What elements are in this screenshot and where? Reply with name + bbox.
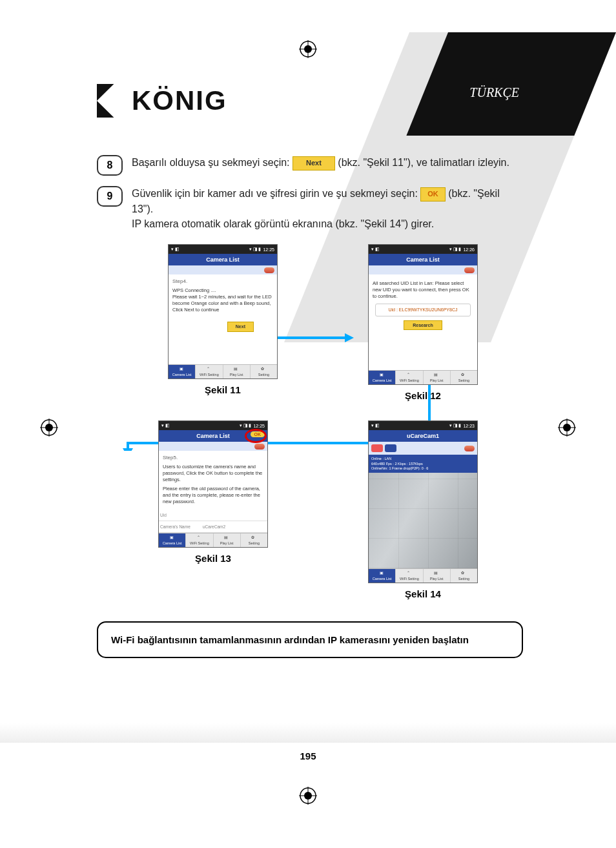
figure-11: ▾ ◧ ▾ ◨ ▮12:25 Camera List Step4. WPS Co… (142, 244, 303, 401)
brand-wordmark: KÖNIG (132, 85, 227, 116)
registration-mark-icon (299, 787, 317, 805)
tab-label: Setting (458, 577, 469, 581)
gear-icon: ✿ (461, 373, 466, 378)
status-bar: ▾ ◧ ▾ ◨ ▮12:25 (169, 245, 277, 254)
playlist-icon: ▤ (434, 571, 439, 576)
status-left-icon: ▾ ◧ (371, 247, 380, 252)
fig12-research-button: Research (404, 320, 442, 330)
fig13-name-row: Camera's Name uCareCam2 (159, 521, 267, 533)
camera-icon: ▣ (380, 571, 385, 576)
wifi-icon: ⌃ (407, 373, 412, 378)
tab-wifi: ⌃WiFi Setting (396, 371, 423, 384)
brand-logo: KÖNIG (97, 84, 227, 118)
tab-label: Play List (430, 378, 444, 382)
screenshot-fig12: ▾ ◧ ▾ ◨ ▮12:26 Camera List All searched … (368, 244, 478, 385)
step-8-text-b: (bkz. "Şekil 11"), ve talimatları izleyi… (338, 157, 509, 168)
tab-label: WiFi Setting (190, 541, 209, 545)
tab-label: Camera List (163, 541, 182, 545)
tab-wifi: ⌃WiFi Setting (396, 569, 423, 583)
figure-12-caption: Şekil 12 (405, 390, 441, 401)
figure-12: ▾ ◧ ▾ ◨ ▮12:26 Camera List All searched … (342, 244, 504, 401)
bottom-nav: ▣Camera List ⌃WiFi Setting ▤Play List ✿S… (369, 370, 477, 384)
record-icon (464, 267, 475, 273)
live-info-panel: Online : LAN 640x480 Fps : 2 Kbps : 157K… (369, 455, 477, 472)
status-left-icon: ▾ ◧ (171, 247, 180, 252)
tab-setting: ✿Setting (251, 365, 277, 378)
tab-setting: ✿Setting (451, 569, 477, 583)
language-label: TÜRKÇE (469, 85, 519, 100)
brand-mark-icon (97, 84, 125, 118)
registration-mark-icon (40, 419, 58, 437)
wifi-icon: ▾ ◨ ▮ (240, 423, 252, 428)
tab-setting: ✿Setting (451, 371, 477, 384)
tab-playlist: ▤Play List (424, 569, 451, 583)
status-time: 12:25 (253, 424, 265, 428)
figure-13: ▾ ◧ ▾ ◨ ▮12:25 Camera List OK Step5. Use… (123, 420, 303, 599)
tab-label: Camera List (373, 378, 392, 382)
title-text: Camera List (196, 433, 230, 439)
wifi-icon: ▾ ◨ ▮ (449, 247, 462, 252)
tab-label: Play List (230, 373, 243, 377)
registration-mark-icon (299, 40, 317, 58)
fig11-next-button: Next (227, 322, 254, 331)
tab-label: Play List (430, 577, 444, 581)
camera-name-label: Camera's Name (160, 524, 199, 529)
playlist-icon: ▤ (234, 367, 239, 372)
record-icon (264, 267, 274, 273)
record-button-icon (371, 444, 383, 452)
playlist-icon: ▤ (224, 535, 229, 541)
camera-icon: ▣ (180, 367, 185, 372)
fig12-body-text: All searched UID List in Lan: Please sel… (373, 280, 473, 300)
tab-label: Camera List (373, 577, 392, 581)
tab-label: Setting (258, 373, 269, 377)
figure-14-caption: Şekil 14 (405, 588, 441, 599)
corner-block (554, 39, 577, 62)
screenshot-fig13: ▾ ◧ ▾ ◨ ▮12:25 Camera List OK Step5. Use… (158, 420, 268, 548)
ok-button-inline: OK (420, 187, 446, 202)
status-left-icon: ▾ ◧ (161, 423, 170, 428)
tab-camera-list: ▣Camera List (159, 533, 186, 547)
app-title-bar: uCareCam1 (369, 430, 477, 442)
status-bar: ▾ ◧ ▾ ◨ ▮12:26 (369, 245, 477, 254)
status-time: 12:23 (463, 424, 475, 428)
tab-camera-list: ▣Camera List (369, 371, 396, 384)
step-9-text: Güvenlik için bir kamer adı ve şifresi g… (132, 186, 523, 231)
tab-wifi: ⌃WiFi Setting (186, 533, 213, 547)
fig11-step-label: Step4. (172, 278, 273, 285)
status-bar: ▾ ◧ ▾ ◨ ▮12:23 (369, 421, 477, 430)
record-icon (254, 444, 265, 450)
gear-icon: ✿ (461, 571, 466, 576)
wifi-icon: ⌃ (407, 571, 412, 576)
screenshot-fig11: ▾ ◧ ▾ ◨ ▮12:25 Camera List Step4. WPS Co… (168, 244, 278, 379)
wifi-icon: ⌃ (207, 367, 212, 372)
bottom-nav: ▣Camera List ⌃WiFi Setting ▤Play List ✿S… (369, 568, 477, 583)
tab-camera-list: ▣Camera List (169, 365, 196, 378)
step-8: 8 Başarılı olduysa şu sekmeyi seçin: Nex… (97, 155, 523, 176)
step-number-8: 8 (97, 155, 123, 176)
screenshot-fig14: ▾ ◧ ▾ ◨ ▮12:23 uCareCam1 Online : LAN 64… (368, 420, 478, 583)
playlist-icon: ▤ (434, 373, 439, 378)
uid-label: Uid (160, 513, 199, 517)
tab-label: WiFi Setting (400, 378, 419, 382)
sub-toolbar (369, 265, 477, 274)
tab-label: Setting (249, 541, 260, 545)
status-left-icon: ▾ ◧ (371, 423, 380, 428)
tab-setting: ✿Setting (241, 533, 267, 547)
figures-grid: ▾ ◧ ▾ ◨ ▮12:25 Camera List Step4. WPS Co… (142, 244, 504, 599)
tab-label: Camera List (172, 373, 192, 377)
fig13-step-label: Step5. (163, 455, 263, 462)
figure-14: ▾ ◧ ▾ ◨ ▮12:23 uCareCam1 Online : LAN 64… (342, 420, 504, 599)
figure-13-caption: Şekil 13 (195, 553, 231, 564)
sub-toolbar (169, 265, 277, 274)
tab-playlist: ▤Play List (424, 371, 451, 384)
live-info-line1: Online : LAN (371, 457, 475, 461)
wifi-icon: ⌃ (197, 535, 202, 541)
camera-icon: ▣ (380, 373, 385, 378)
tab-camera-list: ▣Camera List (369, 569, 396, 583)
step-8-text-a: Başarılı olduysa şu sekmeyi seçin: (132, 157, 293, 168)
figure-11-caption: Şekil 11 (205, 384, 241, 395)
step-8-text: Başarılı olduysa şu sekmeyi seçin: Next … (132, 155, 509, 171)
record-icon (464, 446, 475, 451)
page-number: 195 (0, 750, 616, 761)
camera-icon: ▣ (170, 535, 175, 541)
